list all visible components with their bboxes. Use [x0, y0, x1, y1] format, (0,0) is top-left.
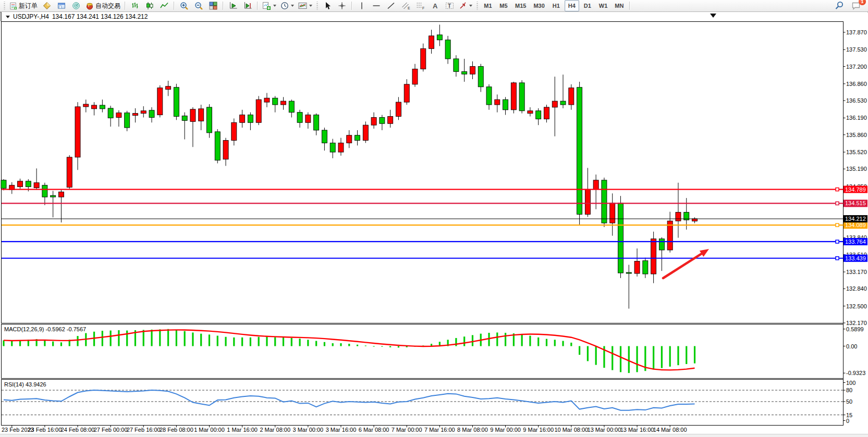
candle-bear [273, 98, 278, 105]
candle-bull [18, 181, 23, 187]
candle-bear [380, 117, 385, 123]
candle-bear [602, 180, 607, 223]
chart-canvas[interactable]: 137.870137.530137.200136.860136.530136.1… [0, 0, 868, 437]
candle-bear [462, 71, 467, 74]
svg-text:-0.9323: -0.9323 [846, 370, 865, 376]
line-handle[interactable] [836, 240, 839, 243]
candle-bull [544, 107, 549, 119]
macd-bar [209, 334, 210, 346]
line-handle[interactable] [836, 202, 839, 205]
svg-text:7 Mar 16:00: 7 Mar 16:00 [424, 427, 455, 433]
svg-text:137.530: 137.530 [846, 46, 867, 53]
macd-bar [110, 331, 112, 346]
svg-text:137.200: 137.200 [846, 64, 867, 70]
candle-bear [174, 88, 179, 117]
candle-bear [577, 88, 582, 215]
candle-bear [42, 185, 47, 197]
macd-bar [570, 343, 572, 346]
candle-bull [676, 213, 681, 221]
macd-bar [258, 337, 260, 346]
candle-bear [478, 67, 483, 87]
macd-bar [143, 330, 144, 346]
macd-bar [266, 337, 267, 346]
macd-bar [595, 346, 597, 365]
macd-bar [217, 336, 218, 346]
candle-bear [643, 261, 648, 274]
svg-text:0.00: 0.00 [846, 343, 857, 349]
macd-bar [463, 336, 465, 346]
macd-bar [233, 338, 235, 346]
candle-bull [190, 109, 195, 121]
macd-bar [44, 340, 45, 346]
macd-bar [299, 339, 300, 346]
candle-bear [289, 101, 294, 113]
macd-bar [669, 346, 671, 367]
candle-bear [108, 108, 113, 118]
time-axis: 23 Feb 202323 Feb 16:0024 Feb 08:0027 Fe… [2, 426, 687, 433]
candle-bear [626, 272, 631, 273]
mt4-terminal: { "toolbar": { "new_order_label": "新订单",… [0, 0, 868, 437]
macd-bar [365, 345, 366, 346]
candle-bull [83, 104, 89, 107]
svg-text:6 Mar 08:00: 6 Mar 08:00 [359, 427, 389, 433]
macd-bar [389, 346, 391, 347]
line-handle[interactable] [836, 257, 839, 260]
candle-bull [116, 113, 121, 118]
svg-text:136.190: 136.190 [846, 115, 867, 121]
candle-bull [58, 192, 64, 197]
svg-text:28 Feb 08:00: 28 Feb 08:00 [160, 427, 193, 433]
macd-bar [677, 346, 679, 366]
line-handle[interactable] [836, 223, 839, 227]
candle-bull [92, 105, 97, 109]
svg-text:133.764: 133.764 [845, 239, 866, 245]
candle-bull [75, 107, 80, 157]
svg-text:10 Mar 08:00: 10 Mar 08:00 [554, 427, 588, 433]
candle-bull [511, 83, 516, 110]
candle-bear [149, 110, 154, 118]
candle-bull [651, 239, 656, 274]
candle-bull [132, 114, 138, 116]
macd-bar [373, 346, 375, 347]
svg-text:132.170: 132.170 [846, 320, 867, 326]
macd-bar [521, 334, 523, 346]
candle-bear [454, 59, 459, 71]
macd-bar [225, 337, 226, 346]
window-bottom-edge [0, 434, 868, 437]
macd-bar [307, 340, 309, 346]
macd-bar [11, 341, 13, 346]
macd-bar [661, 346, 663, 368]
macd-bar [176, 330, 177, 346]
svg-text:133.439: 133.439 [845, 255, 866, 261]
macd-bar [546, 339, 547, 346]
macd-bar [159, 329, 161, 346]
candle-bear [503, 99, 508, 110]
svg-text:24 Feb 08:00: 24 Feb 08:00 [61, 427, 95, 433]
candle-bull [404, 84, 409, 102]
macd-bar [19, 340, 21, 346]
macd-bar [102, 331, 103, 346]
macd-bar [283, 338, 284, 346]
svg-text:135.860: 135.860 [846, 132, 867, 138]
macd-bar [537, 338, 539, 346]
macd-bar [340, 343, 341, 346]
macd-bar [455, 338, 457, 346]
macd-bar [200, 334, 202, 346]
svg-text:136.860: 136.860 [846, 81, 867, 87]
svg-text:2 Mar 08:00: 2 Mar 08:00 [260, 427, 290, 433]
candle-bull [692, 219, 698, 221]
macd-bar [315, 341, 317, 346]
svg-text:132.840: 132.840 [846, 285, 867, 292]
svg-text:13 Mar 16:00: 13 Mar 16:00 [620, 427, 654, 433]
macd-bar [126, 331, 128, 346]
svg-text:13 Mar 00:00: 13 Mar 00:00 [588, 427, 621, 433]
candle-bull [281, 101, 286, 105]
candle-bear [437, 35, 442, 40]
chart-panes [2, 22, 843, 426]
candle-bear [26, 181, 31, 187]
macd-bar [151, 330, 152, 346]
candle-bull [569, 88, 574, 105]
svg-text:132.500: 132.500 [846, 303, 867, 309]
line-handle[interactable] [836, 188, 839, 191]
candle-bear [618, 203, 624, 273]
macd-bar [324, 342, 325, 346]
